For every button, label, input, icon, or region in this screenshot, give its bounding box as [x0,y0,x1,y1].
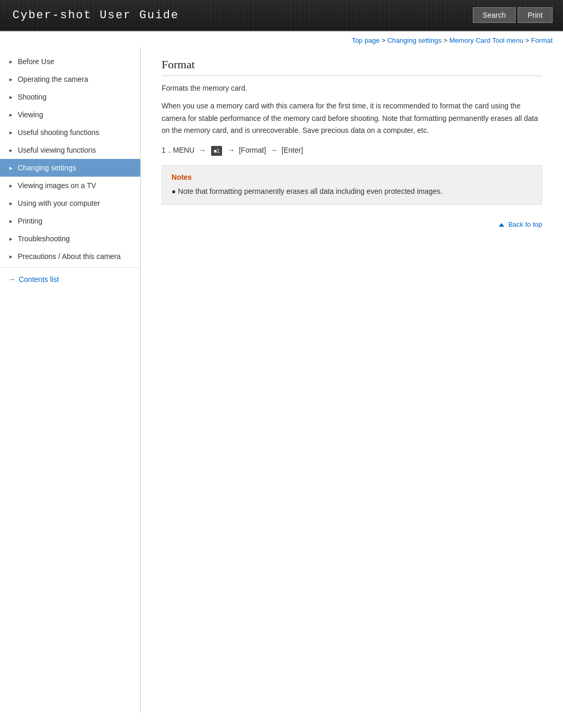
breadcrumb-sep3: > [525,36,531,44]
description-1: Formats the memory card. [162,82,542,95]
sidebar-item-label: Viewing [18,110,43,119]
step-format: [Format] [239,146,266,154]
header-actions: Search Print [473,7,563,23]
sidebar-item-troubleshooting[interactable]: ► Troubleshooting [0,230,140,248]
sidebar-item-label: Before Use [18,57,54,66]
arrow-icon-1: → [199,144,206,157]
chevron-icon: ► [8,94,14,100]
sidebar: ► Before Use ► Operating the camera ► Sh… [0,47,141,713]
breadcrumb-format[interactable]: Format [531,36,553,44]
sidebar-item-operating-camera[interactable]: ► Operating the camera [0,70,140,88]
app-title: Cyber-shot User Guide [0,9,179,22]
arrow-right-icon: → [8,275,16,283]
sidebar-item-useful-shooting[interactable]: ► Useful shooting functions [0,124,140,141]
sidebar-item-label: Useful shooting functions [18,128,99,137]
chevron-icon: ► [8,183,14,189]
breadcrumb-memory-card-tool[interactable]: Memory Card Tool menu [449,36,523,44]
content-body: Formats the memory card. When you use a … [162,82,542,157]
description-2: When you use a memory card with this cam… [162,100,542,137]
chevron-icon: ► [8,77,14,82]
sidebar-item-useful-viewing[interactable]: ► Useful viewing functions [0,141,140,159]
print-button[interactable]: Print [518,7,553,23]
contents-list-link[interactable]: → Contents list [0,270,140,289]
back-to-top-label: Back to top [508,220,542,228]
notes-title: Notes [172,173,532,181]
sidebar-item-label: Printing [18,217,42,225]
back-to-top-link[interactable]: Back to top [499,220,542,228]
chevron-icon: ► [8,147,14,153]
header: Cyber-shot User Guide Search Print [0,0,563,31]
chevron-icon: ► [8,112,14,118]
arrow-icon-3: → [270,144,277,157]
chevron-icon: ► [8,201,14,206]
sidebar-item-viewing-tv[interactable]: ► Viewing images on a TV [0,177,140,194]
sidebar-item-changing-settings[interactable]: ► Changing settings [0,159,140,177]
main-content: Format Formats the memory card. When you… [141,47,563,713]
menu-icon: ■1 [211,146,223,156]
chevron-icon: ► [8,236,14,242]
sidebar-item-label: Viewing images on a TV [18,181,96,190]
sidebar-item-using-computer[interactable]: ► Using with your computer [0,194,140,212]
sidebar-item-precautions[interactable]: ► Precautions / About this camera [0,248,140,265]
sidebar-item-printing[interactable]: ► Printing [0,212,140,230]
sidebar-item-label: Troubleshooting [18,235,70,243]
page-title: Format [162,58,542,76]
sidebar-item-label: Shooting [18,93,46,101]
layout: ► Before Use ► Operating the camera ► Sh… [0,47,563,713]
sidebar-item-label: Operating the camera [18,75,88,83]
back-to-top: Back to top [162,220,542,228]
search-button[interactable]: Search [473,7,516,23]
breadcrumb-changing-settings[interactable]: Changing settings [387,36,442,44]
breadcrumb-sep1: > [382,36,387,44]
sidebar-divider [0,267,140,268]
notes-box: Notes Note that formatting permanently e… [162,165,542,205]
breadcrumb-sep2: > [444,36,449,44]
chevron-icon: ► [8,165,14,171]
step-instruction: 1．MENU → ■1 → [Format] → [Enter] [162,144,542,157]
sidebar-item-label: Changing settings [18,164,76,172]
sidebar-item-label: Precautions / About this camera [18,252,121,261]
sidebar-item-viewing[interactable]: ► Viewing [0,106,140,124]
sidebar-item-before-use[interactable]: ► Before Use [0,53,140,70]
contents-list-label: Contents list [19,275,59,283]
notes-item: Note that formatting permanently erases … [172,186,532,197]
breadcrumb: Top page > Changing settings > Memory Ca… [0,31,563,47]
step-enter: [Enter] [282,146,303,154]
sidebar-item-label: Useful viewing functions [18,146,96,154]
chevron-icon: ► [8,254,14,260]
arrow-icon-2: → [227,144,235,157]
triangle-up-icon [499,223,504,227]
chevron-icon: ► [8,130,14,135]
chevron-icon: ► [8,59,14,65]
breadcrumb-top-page[interactable]: Top page [352,36,380,44]
sidebar-item-label: Using with your computer [18,199,100,207]
sidebar-item-shooting[interactable]: ► Shooting [0,88,140,106]
step-number: 1．MENU [162,146,197,154]
chevron-icon: ► [8,218,14,224]
